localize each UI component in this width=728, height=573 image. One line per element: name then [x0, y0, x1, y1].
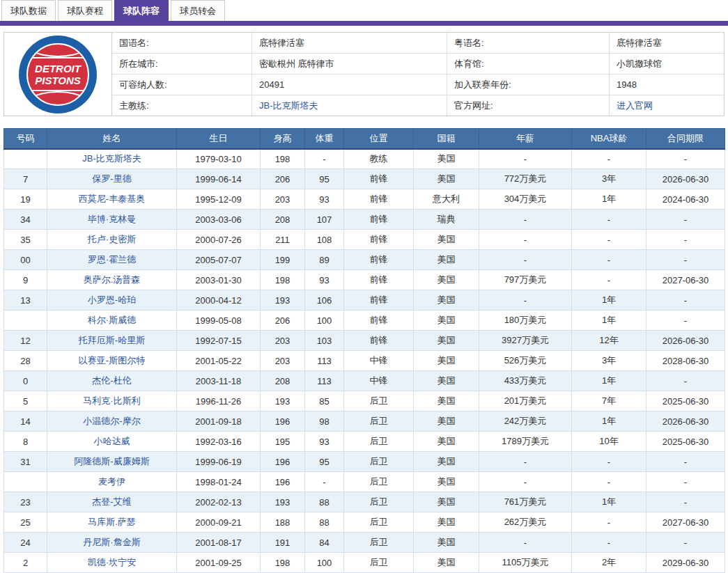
cell-contract-until: 2026-06-30	[646, 331, 725, 351]
cell-position: 中锋	[344, 351, 414, 371]
cell-name[interactable]: 科尔·斯威德	[47, 311, 177, 331]
cell-weight: -	[305, 149, 344, 169]
cantonese-name-value: 底特律活塞	[609, 33, 724, 53]
cell-salary: -	[479, 452, 572, 472]
header-birthday: 生日	[177, 129, 261, 149]
table-row: 9奥萨尔.汤普森2003-01-3019893前锋美国797万美元-2027-0…	[4, 270, 725, 290]
cell-birthday: 2001-09-25	[177, 553, 261, 573]
cell-nationality: 意大利	[414, 189, 479, 210]
table-row: 19西莫尼-丰泰基奥1995-12-0920393前锋意大利304万美元1年20…	[4, 189, 725, 210]
cell-salary: 242万美元	[479, 411, 572, 432]
cell-nationality: 美国	[414, 533, 479, 553]
cell-name[interactable]: 奥萨尔.汤普森	[47, 270, 177, 290]
cell-name[interactable]: 托卢·史密斯	[47, 230, 177, 250]
cell-weight: -	[305, 472, 344, 492]
cell-position: 后卫	[344, 553, 414, 573]
cell-nba-years: 1年	[572, 492, 646, 512]
cell-number: 31	[4, 452, 47, 472]
cell-number	[4, 149, 47, 169]
cell-salary: 761万美元	[479, 492, 572, 512]
cell-height: 198	[261, 149, 305, 169]
cell-name[interactable]: 杰伦-杜伦	[47, 371, 177, 391]
cell-name[interactable]: 罗恩·霍兰德	[47, 250, 177, 270]
cell-salary: 1105万美元	[479, 553, 572, 573]
cell-name[interactable]: 马库斯.萨瑟	[47, 512, 177, 533]
cell-name[interactable]: 阿隆德斯-威廉姆斯	[47, 452, 177, 472]
cell-name[interactable]: 西莫尼-丰泰基奥	[47, 189, 177, 210]
cell-position: 前锋	[344, 230, 414, 250]
cell-position: 教练	[344, 149, 414, 169]
roster-header-row: 号码姓名生日身高体重位置国籍年薪NBA球龄合同期限	[4, 129, 725, 149]
cell-height: 211	[261, 230, 305, 250]
cell-number: 00	[4, 250, 47, 270]
team-info-panel: DETROIT PISTONS 国语名: 底特律活塞 粤语名: 底特律活塞 所在…	[3, 32, 725, 116]
cell-name[interactable]: 凯德·坎宁安	[47, 553, 177, 573]
cell-nba-years: -	[572, 230, 646, 250]
cell-number: 28	[4, 351, 47, 371]
cell-contract-until: 2026-06-30	[646, 411, 725, 432]
capacity-label: 可容纳人数:	[112, 74, 251, 95]
cell-nba-years: -	[572, 533, 646, 553]
cell-salary: -	[479, 210, 572, 230]
join-year-value: 1948	[609, 74, 724, 95]
cell-name[interactable]: 小温德尔-摩尔	[47, 411, 177, 432]
cell-height: 203	[261, 189, 305, 210]
tab-player-transfers[interactable]: 球员转会	[171, 0, 225, 21]
cell-name[interactable]: 小哈达威	[47, 432, 177, 452]
cell-height: 193	[261, 290, 305, 311]
city-value: 密歇根州 底特律市	[251, 54, 447, 74]
logo-seam-arc-top	[26, 43, 89, 58]
cantonese-name-label: 粤语名:	[447, 33, 609, 53]
head-coach-link[interactable]: JB-比克斯塔夫	[251, 95, 447, 116]
cell-nationality: 美国	[414, 452, 479, 472]
cell-nationality: 美国	[414, 230, 479, 250]
cell-position: 后卫	[344, 492, 414, 512]
table-row: 8小哈达威1992-03-1619593后卫美国1789万美元10年2025-0…	[4, 432, 725, 452]
cell-position: 前锋	[344, 189, 414, 210]
cell-birthday: 2005-07-07	[177, 250, 261, 270]
cell-name[interactable]: 小罗恩-哈珀	[47, 290, 177, 311]
table-row: 5马利克·比斯利1996-11-2619385后卫美国201万美元7年2025-…	[4, 391, 725, 411]
cell-birthday: 1998-01-24	[177, 472, 261, 492]
tab-team-data[interactable]: 球队数据	[1, 0, 56, 21]
cell-name[interactable]: JB-比克斯塔夫	[47, 149, 177, 169]
cell-nba-years: -	[572, 452, 646, 472]
table-row: 23杰登-艾维2002-02-1319388后卫美国761万美元1年-	[4, 492, 725, 512]
cell-name[interactable]: 以赛亚-斯图尔特	[47, 351, 177, 371]
mandarin-name-label: 国语名:	[112, 33, 251, 53]
cell-height: 206	[261, 169, 305, 189]
tab-team-schedule[interactable]: 球队赛程	[58, 0, 112, 21]
table-row: 35托卢·史密斯2000-07-26211108前锋美国---	[4, 230, 725, 250]
cell-contract-until: 2027-06-30	[646, 270, 725, 290]
cell-nba-years: 3年	[572, 351, 646, 371]
team-info-grid: 国语名: 底特律活塞 粤语名: 底特律活塞 所在城市: 密歇根州 底特律市 体育…	[112, 33, 724, 116]
cell-name[interactable]: 马利克·比斯利	[47, 391, 177, 411]
table-row: 0杰伦-杜伦2003-11-18208113中锋美国433万美元1年-	[4, 371, 725, 391]
header-height: 身高	[261, 129, 305, 149]
official-site-link[interactable]: 进入官网	[609, 95, 724, 116]
tab-team-roster[interactable]: 球队阵容	[114, 0, 169, 21]
cell-salary: 526万美元	[479, 351, 572, 371]
cell-name[interactable]: 毕博·克林曼	[47, 210, 177, 230]
cell-weight: 100	[305, 553, 344, 573]
cell-contract-until: -	[646, 210, 725, 230]
cell-number: 24	[4, 533, 47, 553]
cell-nationality: 美国	[414, 169, 479, 189]
cell-name[interactable]: 杰登-艾维	[47, 492, 177, 512]
cell-name[interactable]: 麦考伊	[47, 472, 177, 492]
table-row: 31阿隆德斯-威廉姆斯1999-06-1919695后卫美国---	[4, 452, 725, 472]
head-coach-label: 主教练:	[112, 95, 251, 116]
cell-name[interactable]: 丹尼斯·詹金斯	[47, 533, 177, 553]
cell-number: 34	[4, 210, 47, 230]
logo-seam-top	[28, 57, 88, 58]
cell-name[interactable]: 保罗-里德	[47, 169, 177, 189]
cell-number: 23	[4, 492, 47, 512]
cell-height: 208	[261, 371, 305, 391]
cell-name[interactable]: 托拜厄斯-哈里斯	[47, 331, 177, 351]
cell-nationality: 美国	[414, 553, 479, 573]
cell-nationality: 美国	[414, 432, 479, 452]
cell-nba-years: 2年	[572, 553, 646, 573]
arena-label: 体育馆:	[447, 54, 609, 74]
cell-contract-until: 2028-06-30	[646, 351, 725, 371]
cell-weight: 103	[305, 331, 344, 351]
